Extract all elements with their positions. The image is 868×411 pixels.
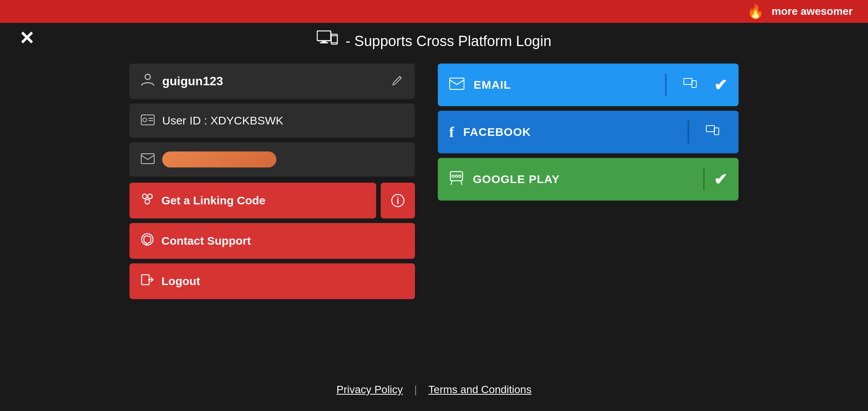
left-panel: guigun123 Us xyxy=(129,64,415,299)
title-text: - Supports Cross Platform Login xyxy=(346,33,552,49)
svg-point-6 xyxy=(145,74,150,80)
content-area: guigun123 Us xyxy=(129,64,739,299)
linking-code-label: Get a Linking Code xyxy=(161,194,265,207)
cross-platform-icon xyxy=(317,30,338,52)
svg-rect-7 xyxy=(141,115,154,125)
id-card-icon xyxy=(141,113,155,129)
email-divider xyxy=(665,73,667,96)
email-btn-icon xyxy=(449,78,464,92)
svg-line-31 xyxy=(451,181,452,185)
facebook-cross-platform-icon xyxy=(698,125,727,139)
action-buttons: Get a Linking Code xyxy=(129,183,415,299)
google-play-divider xyxy=(703,168,705,191)
support-icon xyxy=(141,233,154,249)
email-row xyxy=(129,142,415,177)
svg-rect-23 xyxy=(684,78,692,84)
svg-point-29 xyxy=(455,175,458,177)
svg-rect-11 xyxy=(141,154,154,164)
logout-icon xyxy=(141,273,154,289)
top-bar-right-text: 🔥 more awesomer xyxy=(747,3,853,19)
svg-rect-2 xyxy=(320,42,328,43)
svg-rect-1 xyxy=(322,41,326,42)
email-cross-platform-icon xyxy=(676,78,705,92)
facebook-login-button[interactable]: f FACEBOOK xyxy=(438,111,739,153)
terms-and-conditions-link[interactable]: Terms and Conditions xyxy=(428,384,531,396)
svg-rect-22 xyxy=(450,78,464,89)
get-linking-code-button[interactable]: Get a Linking Code xyxy=(129,183,376,218)
privacy-policy-link[interactable]: Privacy Policy xyxy=(337,384,403,396)
email-btn-label: EMAIL xyxy=(474,78,656,91)
top-bar: 🔥 more awesomer xyxy=(0,0,868,23)
userid-text: User ID : XDYCKBSWK xyxy=(162,114,404,127)
top-bar-label: more awesomer xyxy=(772,5,853,18)
email-login-button[interactable]: EMAIL ✔ xyxy=(438,64,739,106)
logout-label: Logout xyxy=(161,275,200,288)
title-bar: - Supports Cross Platform Login xyxy=(317,30,552,52)
google-play-btn-label: GOOGLE PLAY xyxy=(473,173,694,186)
google-play-checkmark: ✔ xyxy=(714,170,727,189)
username-row: guigun123 xyxy=(129,64,415,99)
email-checkmark: ✔ xyxy=(714,76,727,94)
google-play-icon xyxy=(449,171,464,188)
svg-line-32 xyxy=(461,181,462,185)
main-container: - Supports Cross Platform Login guigun12… xyxy=(0,23,868,411)
footer: Privacy Policy | Terms and Conditions xyxy=(0,384,868,396)
close-button[interactable]: ✕ xyxy=(15,27,38,49)
svg-point-28 xyxy=(452,175,454,177)
footer-separator: | xyxy=(414,384,417,396)
edit-icon[interactable] xyxy=(392,74,404,88)
svg-rect-0 xyxy=(317,31,331,41)
linking-code-icon xyxy=(141,193,154,209)
facebook-icon: f xyxy=(449,124,454,140)
svg-point-30 xyxy=(459,175,461,177)
facebook-btn-label: FACEBOOK xyxy=(463,126,678,139)
username-text: guigun123 xyxy=(162,74,385,88)
google-play-login-button[interactable]: GOOGLE PLAY ✔ xyxy=(438,158,739,201)
email-blur xyxy=(162,151,276,167)
svg-point-8 xyxy=(143,118,147,122)
facebook-divider xyxy=(688,121,689,143)
contact-support-label: Contact Support xyxy=(161,234,251,247)
info-button[interactable] xyxy=(381,183,415,218)
email-icon xyxy=(141,151,155,167)
svg-point-14 xyxy=(145,199,150,204)
linking-code-row: Get a Linking Code xyxy=(129,183,415,218)
svg-point-19 xyxy=(397,197,399,198)
top-bar-icon: 🔥 xyxy=(747,3,764,19)
svg-rect-25 xyxy=(706,126,715,132)
contact-support-button[interactable]: Contact Support xyxy=(129,223,415,259)
logout-button[interactable]: Logout xyxy=(129,263,415,299)
userid-row: User ID : XDYCKBSWK xyxy=(129,104,415,138)
user-icon xyxy=(141,73,155,90)
right-panel: EMAIL ✔ f FACEBOOK xyxy=(438,64,739,299)
